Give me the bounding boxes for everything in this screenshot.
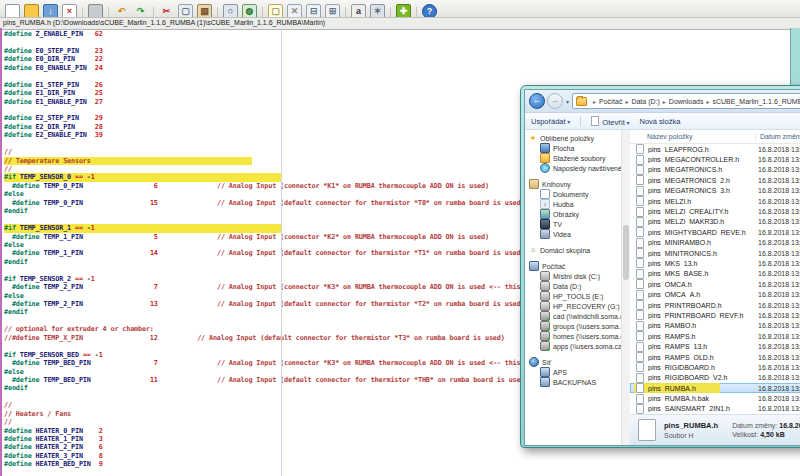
back-button[interactable]: ← xyxy=(529,93,545,109)
update-icon[interactable]: ✚ xyxy=(396,4,411,18)
sidebar-item[interactable]: Oblíbené položky xyxy=(525,133,621,143)
sidebar-item-label: APS xyxy=(553,369,567,376)
find-icon[interactable]: ○ xyxy=(223,4,238,18)
breadcrumb-segment[interactable]: Data (D:) xyxy=(631,98,659,105)
file-row[interactable]: pins_RAMPS.h16.8.2018 13:57 xyxy=(630,331,800,341)
file-row[interactable]: pins_RIGIDBOARD_V2.h16.8.2018 13:57 xyxy=(630,373,800,383)
find-web-icon[interactable]: ◍ xyxy=(242,4,257,18)
save-file-icon[interactable]: ↓ xyxy=(43,4,58,18)
file-row[interactable]: pins_MEGATRONICS.h16.8.2018 13:57 xyxy=(630,165,800,175)
split-horizontal-icon[interactable]: ⊟ xyxy=(306,4,321,18)
sidebar-item[interactable]: Naposledy navštívené xyxy=(525,163,621,173)
sidebar-item[interactable]: Plocha xyxy=(525,143,621,153)
breadcrumb-segment[interactable]: Downloads xyxy=(669,98,704,105)
cut-icon[interactable]: ✂ xyxy=(159,4,174,18)
sidebar-item[interactable]: groups (\\users.soma.cz) xyxy=(525,321,621,331)
breadcrumb-arrow-icon[interactable]: ▸ xyxy=(663,98,666,105)
file-row[interactable]: pins_MELZI.h16.8.2018 13:57 xyxy=(630,196,800,206)
file-icon xyxy=(636,227,644,237)
file-name: pins_MINITRONICS.h xyxy=(648,250,758,257)
file-row[interactable]: pins_MINITRONICS.h16.8.2018 13:57 xyxy=(630,248,800,258)
docs-icon xyxy=(540,189,550,199)
file-row[interactable]: pins_RAMPS_13.h16.8.2018 13:57 xyxy=(630,341,800,351)
file-row[interactable]: pins_RAMPS_OLD.h16.8.2018 13:57 xyxy=(630,352,800,362)
fullscreen-icon[interactable]: ✕ xyxy=(287,4,302,18)
sidebar-item[interactable]: cad (\\windchill.soma.cz) xyxy=(525,311,621,321)
file-row[interactable]: pins_MELZI_CREALITY.h16.8.2018 13:57 xyxy=(630,206,800,216)
sidebar-scrollbar[interactable] xyxy=(621,130,630,445)
sidebar-item[interactable]: apps (\\users.soma.cz) (Z xyxy=(525,341,621,351)
open-button[interactable]: Otevřít xyxy=(591,116,629,127)
pics-icon xyxy=(540,209,550,219)
file-row[interactable]: pins_MKS_13.h16.8.2018 13:57 xyxy=(630,258,800,268)
file-row[interactable]: pins_MELZI_MAKR3D.h16.8.2018 13:57 xyxy=(630,217,800,227)
file-row[interactable]: pins_MEGATRONICS_2.h16.8.2018 13:57 xyxy=(630,175,800,185)
settings-icon[interactable]: ✶ xyxy=(370,4,385,18)
column-header-date[interactable]: Datum změny xyxy=(756,133,800,140)
file-row[interactable]: pins_RIGIDBOARD.h16.8.2018 13:57 xyxy=(630,362,800,372)
file-row[interactable]: pins_OMCA.h16.8.2018 13:57 xyxy=(630,279,800,289)
file-row[interactable]: pins_SAINSMART_2IN1.h16.8.2018 13:57 xyxy=(630,404,800,414)
breadcrumb-segment[interactable]: Počítač xyxy=(599,98,622,105)
file-icon xyxy=(636,165,644,175)
paste-icon[interactable]: ▤ xyxy=(197,4,212,18)
file-row[interactable]: pins_RAMBO.h16.8.2018 13:57 xyxy=(630,321,800,331)
undo-icon[interactable]: ↶ xyxy=(114,4,129,18)
file-list[interactable]: pins_LEAPFROG.h16.8.2018 13:57pins_MEGAC… xyxy=(630,144,800,414)
sidebar-item[interactable]: Dokumenty xyxy=(525,189,621,199)
file-row[interactable]: pins_MINIRAMBO.h16.8.2018 13:57 xyxy=(630,238,800,248)
details-size: Velikost: 4,50 kB xyxy=(732,431,800,438)
sidebar-item[interactable]: BACKUPNAS xyxy=(525,377,621,387)
close-file-icon[interactable]: × xyxy=(62,4,77,18)
split-vertical-icon[interactable]: ⊞ xyxy=(325,4,340,18)
sidebar-item[interactable]: Domácí skupina xyxy=(525,245,621,255)
address-bar[interactable]: ▸ Počítač▸Data (D:)▸Downloads▸sCUBE_Marl… xyxy=(572,93,800,109)
file-name: pins_MIGHTYBOARD_REVE.h xyxy=(648,229,758,236)
forward-button[interactable]: → xyxy=(547,93,563,109)
sidebar-item[interactable]: APS xyxy=(525,367,621,377)
format-icon[interactable]: a xyxy=(351,4,366,18)
sidebar-item[interactable]: homes (\\users.soma.cz) xyxy=(525,331,621,341)
sidebar-item[interactable]: Data (D:) xyxy=(525,281,621,291)
sidebar-item[interactable]: Stažené soubory xyxy=(525,153,621,163)
sidebar-item[interactable]: Místní disk (C:) xyxy=(525,271,621,281)
breadcrumb-arrow-icon[interactable]: ▸ xyxy=(625,98,628,105)
sidebar-item[interactable]: Hudba xyxy=(525,199,621,209)
redo-icon[interactable]: ↷ xyxy=(133,4,148,18)
new-template-icon[interactable]: ▢ xyxy=(268,4,283,18)
sidebar-item[interactable]: HP_TOOLS (E:) xyxy=(525,291,621,301)
organize-button[interactable]: Uspořádat xyxy=(531,117,570,126)
navigation-pane[interactable]: Oblíbené položkyPlochaStažené souboryNap… xyxy=(525,130,621,445)
sidebar-item[interactable]: Síť xyxy=(525,357,621,367)
file-icon xyxy=(636,144,644,154)
breadcrumb-arrow-icon[interactable]: ▸ xyxy=(706,98,709,105)
sidebar-item-label: Počítač xyxy=(542,263,565,270)
editor-tab[interactable]: pins_RUMBA.h (D:\Downloads\sCUBE_Marlin_… xyxy=(0,18,800,30)
file-row[interactable]: pins_RUMBA.h16.8.2018 13:57 xyxy=(630,383,800,393)
file-row[interactable]: pins_PRINTRBOARD_REVF.h16.8.2018 13:57 xyxy=(630,310,800,320)
sidebar-item[interactable]: TV xyxy=(525,219,621,229)
breadcrumb-segment[interactable]: sCUBE_Marlin_1.1.6_RUMBA (1) xyxy=(712,98,800,105)
sidebar-item[interactable]: Obrázky xyxy=(525,209,621,219)
sidebar-item[interactable]: Knihovny xyxy=(525,179,621,189)
new-folder-button[interactable]: Nová složka xyxy=(640,117,681,126)
column-header-name[interactable]: Název položky xyxy=(630,133,756,140)
file-row[interactable]: pins_OMCA_A.h16.8.2018 13:57 xyxy=(630,289,800,299)
print-icon[interactable] xyxy=(88,4,103,18)
file-row[interactable]: pins_MIGHTYBOARD_REVE.h16.8.2018 13:57 xyxy=(630,227,800,237)
file-row[interactable]: pins_LEAPFROG.h16.8.2018 13:57 xyxy=(630,144,800,154)
file-row[interactable]: pins_MKS_BASE.h16.8.2018 13:57 xyxy=(630,269,800,279)
help-icon[interactable]: ? xyxy=(422,4,437,18)
file-row[interactable]: pins_RUMBA.h.bak16.8.2018 13:57 xyxy=(630,393,800,403)
copy-icon[interactable]: ▢ xyxy=(178,4,193,18)
file-row[interactable]: pins_PRINTRBOARD.h16.8.2018 13:57 xyxy=(630,300,800,310)
history-dropdown-icon[interactable]: ▾ xyxy=(566,98,569,105)
new-file-icon[interactable] xyxy=(5,4,20,18)
open-file-icon[interactable] xyxy=(24,4,39,18)
sidebar-item[interactable]: Videa xyxy=(525,229,621,239)
sidebar-item[interactable]: Počítač xyxy=(525,261,621,271)
file-row[interactable]: pins_MEGACONTROLLER.h16.8.2018 13:57 xyxy=(630,154,800,164)
file-row[interactable]: pins_MEGATRONICS_3.h16.8.2018 13:57 xyxy=(630,186,800,196)
sidebar-scrollbar-thumb[interactable] xyxy=(623,225,629,280)
sidebar-item[interactable]: HP_RECOVERY (G:) xyxy=(525,301,621,311)
